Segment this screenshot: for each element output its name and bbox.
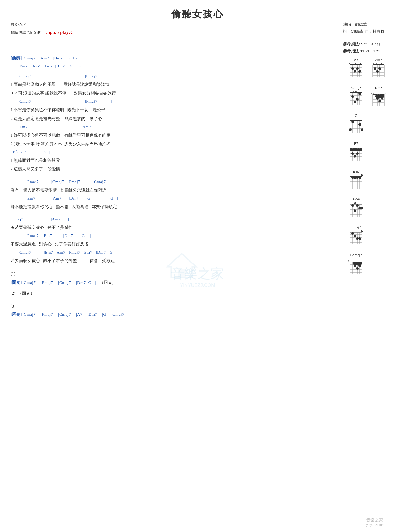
svg-rect-100 bbox=[350, 149, 362, 151]
svg-point-19 bbox=[358, 70, 361, 73]
svg-text:x: x bbox=[349, 91, 351, 92]
meta-right: 演唱：劉德華 詞：劉德華 曲：杜自持 參考刷法:X ↑↑↓ X ↑↑↓ 參考指法… bbox=[343, 21, 385, 55]
prelude-section: [前奏] |Cmaj7 |Am7 |Dm7 |G F7 | bbox=[11, 55, 384, 61]
chord-pair-4: F7 bbox=[348, 142, 387, 165]
chord-pair-8: Bbmaj7 x bbox=[348, 253, 387, 276]
svg-point-54 bbox=[356, 98, 359, 101]
chorus-chord-a: |Fmaj7 |Cmaj7 |Fmaj7 |Cmaj7 | bbox=[26, 179, 384, 185]
verse1-lyric-7: 1.無緣面對面也是相等於零 bbox=[11, 157, 384, 164]
svg-point-170 bbox=[356, 267, 359, 270]
svg-text:x: x bbox=[348, 260, 349, 262]
svg-text:x: x bbox=[373, 92, 374, 95]
svg-point-85 bbox=[351, 121, 354, 123]
svg-point-35 bbox=[378, 67, 381, 70]
svg-point-153 bbox=[356, 237, 359, 240]
svg-text:x: x bbox=[348, 230, 350, 232]
verse1-chord-b: |Cmaj7 |Fmaj7 | bbox=[18, 98, 384, 104]
svg-point-154 bbox=[358, 237, 361, 240]
repeat-2: (2) （回★） bbox=[11, 290, 384, 297]
svg-point-36 bbox=[376, 70, 379, 73]
chord-pair-2: Cmaj7 bbox=[348, 86, 387, 109]
svg-point-86 bbox=[358, 123, 361, 126]
svg-point-136 bbox=[361, 207, 363, 209]
verse1-chord-c: |Em7 |Am7 | bbox=[18, 124, 384, 130]
chord-pair-3: G bbox=[348, 114, 387, 137]
original-key: 原KEY:F bbox=[11, 21, 74, 28]
svg-text:x: x bbox=[371, 92, 372, 95]
chord-pair-6: A7-9 x bbox=[348, 197, 387, 220]
chord-Bbmaj7: Bbmaj7 x bbox=[348, 253, 365, 276]
svg-point-52 bbox=[358, 93, 361, 95]
chord-pair-5: Em7 bbox=[348, 169, 387, 193]
verse1-lyric-2: ▲2.阿 浪漫的故事 讓我說不停 一對男女分開各自各旅行 bbox=[11, 89, 384, 97]
svg-point-72 bbox=[381, 97, 383, 100]
svg-point-101 bbox=[351, 152, 354, 155]
chord-Em7: Em7 bbox=[348, 169, 365, 193]
svg-point-17 bbox=[356, 67, 359, 70]
verse1-chord-a: |Cmaj7 |Fmaj7 | bbox=[18, 73, 384, 79]
interlude-section: [間奏] |Cmaj7 |Fmaj7 |Cmaj7 |Dm7 G | （回▲） bbox=[11, 279, 384, 286]
verse1-chord-d: |Bbmaj7 |G | bbox=[11, 149, 384, 155]
verse1-lyric-8: 2.這樣人間又多了一段愛情 bbox=[11, 165, 384, 173]
capo-text: capo:5 play:C bbox=[46, 30, 74, 35]
chord-diagrams: A7 bbox=[348, 58, 387, 276]
chord-Cmaj7: Cmaj7 bbox=[348, 86, 365, 109]
chord-Am7: Am7 bbox=[370, 58, 387, 81]
repeat-3: (3) bbox=[11, 303, 384, 310]
footer-watermark: 音樂之家 yinyuezj.com bbox=[366, 518, 384, 527]
svg-point-133 bbox=[351, 204, 354, 207]
svg-point-87 bbox=[349, 128, 352, 131]
svg-point-168 bbox=[354, 264, 356, 267]
hook-chord-c: |Cmaj7 |Em7 Am7 |Fmaj7 Em7 |Dm7 G | bbox=[18, 249, 384, 255]
suggested-key: 建議男調:Eb 女:Bb capo:5 play:C bbox=[11, 28, 74, 37]
chorus-lyric-1: 沒有一個人是不需要愛情 其實緣分永遠就在你附近 bbox=[11, 187, 384, 194]
chord-Dm7: Dm7 ○ x x bbox=[370, 86, 387, 109]
svg-text:x: x bbox=[348, 202, 350, 204]
svg-point-119 bbox=[358, 176, 361, 179]
svg-point-151 bbox=[351, 232, 354, 235]
verse1-lyric-6: 2.我姓木子李 呀 我姓雙木林 少男少女結結巴巴通姓名 bbox=[11, 140, 384, 147]
svg-point-53 bbox=[351, 95, 354, 98]
svg-point-138 bbox=[361, 230, 363, 232]
svg-rect-167 bbox=[353, 262, 362, 265]
svg-point-103 bbox=[354, 155, 356, 158]
svg-point-137 bbox=[354, 209, 356, 212]
chorus-lyric-2: 能不能把握就看你的心 靈不靈 以退為進 妳要保持鎖定 bbox=[11, 203, 384, 210]
svg-point-104 bbox=[361, 174, 363, 176]
hook-lyric-2: 不要太過急進 別貪心 錯了你要好好反省 bbox=[11, 240, 384, 248]
svg-point-134 bbox=[356, 204, 359, 207]
svg-point-32 bbox=[377, 63, 378, 64]
svg-point-31 bbox=[372, 63, 373, 64]
hook-lyric-1: ★若要偷聽女孩心 缺不了是耐性 bbox=[11, 224, 384, 231]
chord-F7: F7 bbox=[348, 142, 365, 165]
svg-point-48 bbox=[352, 91, 353, 92]
outro-section: [尾奏] |Cmaj7 |Fmaj7 |Cmaj7 |A7 |Dm7 |G |C… bbox=[11, 311, 384, 318]
verse1-lyric-4: 2.這是天註定還是祖先有靈 無緣無故的 動了心 bbox=[11, 115, 384, 122]
svg-point-135 bbox=[358, 207, 361, 209]
prelude-label: [前奏] bbox=[11, 56, 22, 60]
strumming-label: 參考刷法:X ↑↑↓ X ↑↑↓ 參考指法:T1 21 T1 21 bbox=[343, 41, 385, 55]
repeat-1: (1) bbox=[11, 270, 384, 277]
prelude-chords-1: |Cmaj7 |Am7 |Dm7 |G F7 | bbox=[23, 56, 81, 60]
svg-text:○: ○ bbox=[385, 92, 386, 94]
svg-point-71 bbox=[376, 97, 379, 100]
hook-lyric-3: 若要偷聽女孩心 缺不了君子的外型 你會 受歡迎 bbox=[11, 257, 384, 264]
verse1-lyric-5: 1.妳可以擔心但不可以怨命 有緣千里可相逢像有約定 bbox=[11, 132, 384, 139]
svg-point-49 bbox=[354, 91, 356, 92]
svg-point-14 bbox=[354, 63, 356, 64]
svg-point-117 bbox=[354, 176, 356, 179]
svg-point-15 bbox=[359, 63, 361, 64]
svg-point-33 bbox=[381, 63, 383, 64]
svg-point-120 bbox=[354, 202, 356, 204]
svg-rect-70 bbox=[375, 95, 384, 98]
svg-point-73 bbox=[378, 100, 381, 102]
chord-G: G bbox=[348, 114, 365, 137]
svg-point-169 bbox=[358, 264, 361, 267]
meta-left: 原KEY:F 建議男調:Eb 女:Bb capo:5 play:C bbox=[11, 21, 74, 37]
svg-point-55 bbox=[354, 101, 356, 103]
prelude-chords-2-block: |Em7 |A7-9 Am7 |Dm7 |G |G | bbox=[18, 63, 384, 69]
chord-pair-1: A7 bbox=[348, 58, 387, 81]
main-content: [前奏] |Cmaj7 |Am7 |Dm7 |G F7 | |Em7 |A7-9… bbox=[11, 55, 384, 318]
svg-point-116 bbox=[351, 176, 354, 179]
svg-point-34 bbox=[374, 67, 376, 70]
